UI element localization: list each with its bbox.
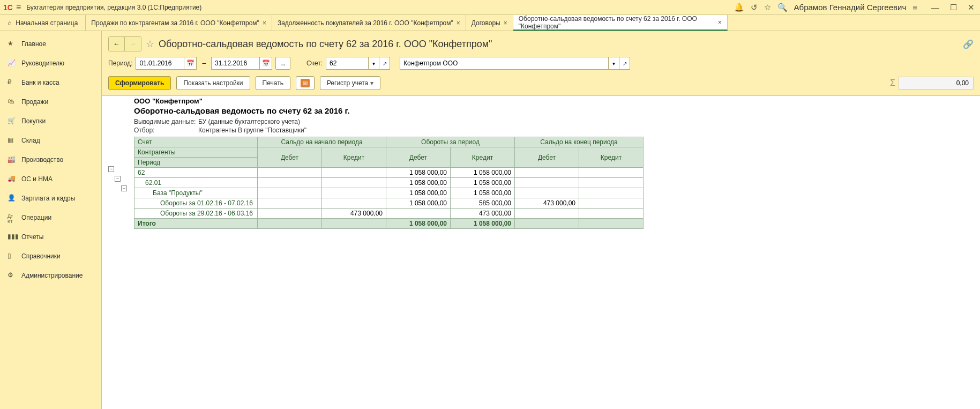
settings-button[interactable]: Показать настройки	[176, 76, 250, 90]
cell: 1 058 000,00	[451, 188, 515, 198]
calendar-icon[interactable]: 📅	[259, 57, 272, 70]
sidebar-item-admin[interactable]: ⚙Администрирование	[0, 266, 101, 285]
mail-button[interactable]: ✉	[296, 76, 315, 90]
ruble-icon: ₽	[8, 78, 16, 87]
calendar-icon[interactable]: 📅	[184, 57, 197, 70]
tab-0[interactable]: Продажи по контрагентам за 2016 г. ООО "…	[86, 15, 272, 31]
chevron-down-icon[interactable]: ▾	[609, 57, 619, 70]
cell	[515, 188, 579, 198]
nav-group: ← →	[108, 36, 141, 51]
maximize-button[interactable]: ☐	[948, 3, 959, 12]
org-input[interactable]	[400, 57, 609, 70]
open-icon[interactable]: ↗	[619, 57, 630, 70]
tab-2[interactable]: Договоры ×	[466, 15, 513, 31]
page-header: ← → ☆ Оборотно-сальдовая ведомость по сч…	[102, 31, 980, 55]
table-row[interactable]: База "Продукты"1 058 000,001 058 000,00	[134, 188, 644, 198]
table-row[interactable]: 621 058 000,001 058 000,00	[134, 168, 644, 178]
col-debit: Дебет	[515, 147, 579, 168]
cell	[515, 178, 579, 188]
sidebar-item-main[interactable]: ★Главное	[0, 34, 101, 54]
home-tab-label: Начальная страница	[16, 19, 78, 27]
print-button[interactable]: Печать	[256, 76, 290, 90]
row-label: 62	[134, 168, 258, 178]
search-icon[interactable]: 🔍	[777, 3, 788, 12]
collapse-icon[interactable]: −	[108, 166, 114, 172]
tab-1[interactable]: Задолженность покупателей за 2016 г. ООО…	[272, 15, 466, 31]
cell	[579, 198, 644, 209]
col-credit: Кредит	[451, 147, 515, 168]
favorite-icon[interactable]: ☆	[146, 38, 154, 50]
cell: 473 000,00	[451, 209, 515, 219]
close-icon[interactable]: ×	[457, 19, 460, 27]
star-icon[interactable]: ☆	[764, 3, 771, 12]
period-picker-button[interactable]: ...	[275, 57, 290, 70]
close-icon[interactable]: ×	[263, 19, 266, 27]
sidebar-item-label: Покупки	[21, 117, 46, 125]
sidebar-item-assets[interactable]: 🚚ОС и НМА	[0, 169, 101, 189]
close-window-button[interactable]: ✕	[966, 3, 977, 12]
report: ООО "Конфетпром" Оборотно-сальдовая ведо…	[102, 96, 980, 409]
collapse-icon[interactable]: −	[115, 176, 121, 182]
forward-button[interactable]: →	[125, 37, 141, 51]
username[interactable]: Абрамов Геннадий Сергеевич	[794, 3, 907, 12]
close-icon[interactable]: ×	[504, 19, 507, 27]
bell-icon[interactable]: 🔔	[734, 3, 744, 12]
date-from-input[interactable]	[136, 57, 184, 70]
form-button[interactable]: Сформировать	[108, 76, 171, 90]
minimize-button[interactable]: —	[929, 3, 941, 12]
home-tab[interactable]: ⌂ Начальная страница	[0, 15, 86, 31]
hamburger-icon[interactable]: ≡	[16, 3, 21, 12]
report-title: Оборотно-сальдовая ведомость по счету 62…	[108, 105, 980, 117]
close-icon[interactable]: ×	[718, 19, 722, 26]
row-label: 62.01	[134, 178, 258, 188]
chevron-down-icon[interactable]: ▾	[369, 57, 379, 70]
cell	[579, 178, 644, 188]
table-row[interactable]: Обороты за 01.02.16 - 07.02.161 058 000,…	[134, 198, 644, 209]
table-header-row: Счет Сальдо на начало периода Обороты за…	[134, 137, 644, 147]
cell	[322, 168, 386, 178]
account-input[interactable]	[326, 57, 369, 70]
table-row[interactable]: Обороты за 29.02.16 - 06.03.16473 000,00…	[134, 209, 644, 219]
tab-3[interactable]: Оборотно-сальдовая ведомость по счету 62…	[513, 15, 728, 31]
open-icon[interactable]: ↗	[379, 57, 390, 70]
sidebar-item-production[interactable]: 🏭Производство	[0, 150, 101, 169]
date-to-input[interactable]	[211, 57, 259, 70]
titlebar: 1C ≡ Бухгалтерия предприятия, редакция 3…	[0, 0, 980, 15]
sidebar-item-sales[interactable]: 🛍Продажи	[0, 92, 101, 111]
report-table: Счет Сальдо на начало периода Обороты за…	[134, 137, 644, 229]
meta-value: БУ (данные бухгалтерского учета)	[198, 118, 300, 125]
sidebar-item-operations[interactable]: ДтКтОперации	[0, 208, 101, 227]
row-label: База "Продукты"	[134, 188, 258, 198]
sidebar-item-bank[interactable]: ₽Банк и касса	[0, 73, 101, 92]
cell	[579, 168, 644, 178]
sidebar-item-manager[interactable]: 📈Руководителю	[0, 54, 101, 73]
tab-label: Задолженность покупателей за 2016 г. ООО…	[278, 19, 453, 27]
sidebar-item-warehouse[interactable]: ▦Склад	[0, 131, 101, 150]
total-cell	[258, 219, 322, 229]
mail-icon: ✉	[301, 79, 310, 87]
back-button[interactable]: ←	[109, 37, 125, 51]
sum-input[interactable]	[899, 77, 974, 90]
sidebar-item-reports[interactable]: ▮▮▮Отчеты	[0, 227, 101, 247]
sidebar-item-label: Операции	[21, 214, 51, 221]
col-period: Период	[134, 158, 258, 168]
sidebar-item-label: Главное	[21, 40, 46, 48]
collapse-icon[interactable]: −	[121, 185, 127, 191]
period-label: Период:	[108, 60, 132, 67]
cell	[258, 188, 322, 198]
user-menu-icon[interactable]: ≡	[912, 3, 917, 12]
sidebar-item-label: Администрирование	[21, 272, 83, 279]
gear-icon: ⚙	[8, 271, 16, 280]
sidebar-item-purchases[interactable]: 🛒Покупки	[0, 111, 101, 131]
register-button[interactable]: Регистр учета	[320, 76, 380, 90]
sidebar-item-catalogs[interactable]: ▯Справочники	[0, 247, 101, 266]
link-icon[interactable]: 🔗	[963, 39, 974, 49]
cell: 1 058 000,00	[451, 178, 515, 188]
sidebar-item-salary[interactable]: 👤Зарплата и кадры	[0, 189, 101, 208]
history-icon[interactable]: ↺	[751, 3, 758, 12]
col-credit: Кредит	[579, 147, 644, 168]
cell	[258, 178, 322, 188]
table-row[interactable]: 62.011 058 000,001 058 000,00	[134, 178, 644, 188]
org-select: ▾ ↗	[400, 57, 630, 70]
person-icon: 👤	[8, 194, 16, 203]
